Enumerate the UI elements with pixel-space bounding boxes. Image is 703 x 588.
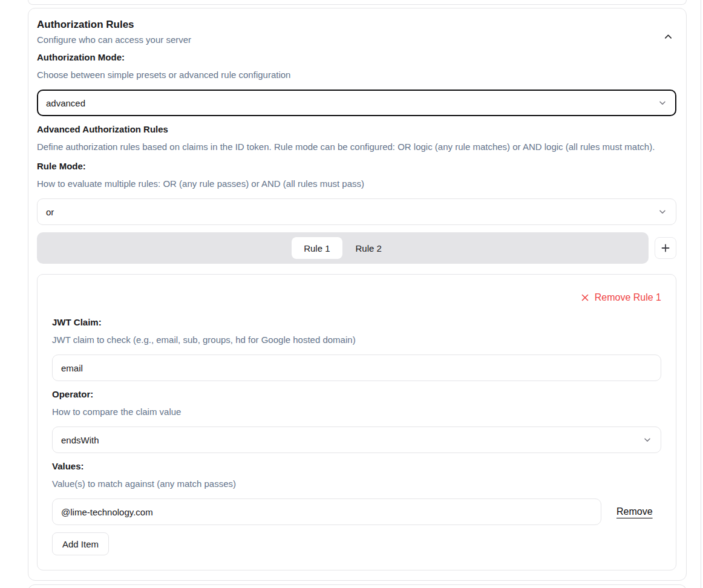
- chevron-down-icon: [658, 98, 667, 108]
- section-title: Authorization Rules: [37, 18, 676, 31]
- tab-rule-1[interactable]: Rule 1: [292, 237, 342, 259]
- chevron-down-icon: [643, 435, 652, 445]
- chevron-up-icon: [664, 32, 673, 41]
- add-rule-button[interactable]: [655, 237, 676, 259]
- collapse-section-button[interactable]: [659, 28, 676, 45]
- jwt-claim-description: JWT claim to check (e.g., email, sub, gr…: [52, 334, 661, 346]
- chevron-down-icon: [658, 207, 667, 217]
- rule-tabbar: Rule 1 Rule 2: [37, 232, 649, 264]
- add-item-button[interactable]: Add Item: [52, 532, 109, 555]
- operator-label: Operator:: [52, 388, 661, 400]
- advanced-rules-title: Advanced Authorization Rules: [37, 123, 676, 136]
- authorization-mode-description: Choose between simple presets or advance…: [37, 69, 676, 81]
- next-section-card-edge: [28, 584, 687, 588]
- advanced-rules-description: Define authorization rules based on clai…: [37, 141, 676, 153]
- settings-content: Authorization Rules Configure who can ac…: [28, 0, 687, 588]
- section-subtitle: Configure who can access your server: [37, 34, 676, 46]
- rule-mode-description: How to evaluate multiple rules: OR (any …: [37, 178, 676, 190]
- value-input[interactable]: [52, 498, 601, 525]
- card-header: Authorization Rules Configure who can ac…: [37, 18, 676, 46]
- remove-rule-label: Remove Rule 1: [595, 292, 661, 304]
- remove-value-link[interactable]: Remove: [616, 506, 653, 517]
- values-label: Values:: [52, 460, 661, 472]
- rule-mode-label: Rule Mode:: [37, 160, 676, 172]
- rule-tabs-row: Rule 1 Rule 2: [37, 232, 676, 264]
- operator-value: endsWith: [61, 435, 99, 445]
- previous-section-card-edge: [28, 0, 687, 5]
- remove-rule-button[interactable]: Remove Rule 1: [52, 292, 661, 304]
- jwt-claim-input[interactable]: [52, 354, 661, 381]
- values-description: Value(s) to match against (any match pas…: [52, 478, 661, 490]
- jwt-claim-label: JWT Claim:: [52, 316, 661, 328]
- rule-1-panel: Remove Rule 1 JWT Claim: JWT claim to ch…: [37, 274, 676, 570]
- x-icon: [581, 293, 589, 302]
- authorization-mode-label: Authorization Mode:: [37, 51, 676, 64]
- page-right-divider: [701, 0, 701, 588]
- rule-mode-value: or: [46, 207, 54, 217]
- value-item-row: Remove: [52, 498, 661, 525]
- tab-rule-2[interactable]: Rule 2: [344, 237, 394, 259]
- authorization-rules-card: Authorization Rules Configure who can ac…: [28, 8, 687, 581]
- authorization-mode-select[interactable]: advanced: [37, 90, 676, 116]
- operator-description: How to compare the claim value: [52, 406, 661, 418]
- authorization-mode-value: advanced: [46, 98, 85, 108]
- rule-mode-select[interactable]: or: [37, 198, 676, 225]
- operator-select[interactable]: endsWith: [52, 426, 661, 453]
- plus-icon: [660, 243, 671, 253]
